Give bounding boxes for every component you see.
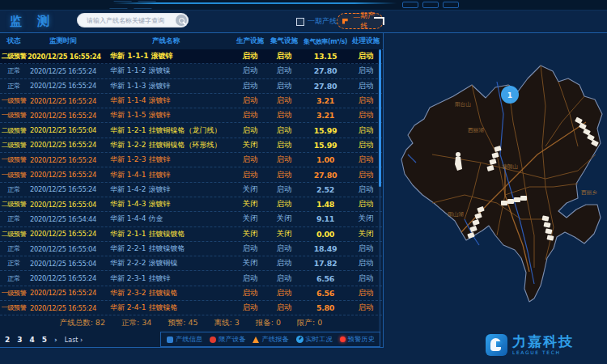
monitor-table-panel: 状态监测时间产线名称生产设施集气设施集气效率(m³/s)处理设施 二级预警202… <box>0 32 384 348</box>
legend-item[interactable]: 预警历史 <box>340 335 375 344</box>
production-facility-cell: 启动 <box>233 273 267 284</box>
legend-item[interactable]: 限产设备 <box>210 335 245 344</box>
summary-stats-row: 产线总数: 82正常: 34预警: 45离线: 3报备: 0限产: 0 <box>0 315 382 331</box>
efficiency-cell: 27.80 <box>301 82 350 91</box>
legend-item[interactable]: 实时工况 <box>296 335 333 344</box>
legend-bar: 产线信息限产设备产线报备实时工况预警历史 <box>160 332 380 347</box>
treatment-facility-cell: 启动 <box>350 81 382 91</box>
treatment-facility-cell: 启动 <box>350 140 382 150</box>
table-row[interactable]: 一级预警2020/12/25 16:55:24华新 1-1-4 滚镀锌启动启动3… <box>0 94 382 108</box>
table-row[interactable]: 正常2020/12/25 16:55:24华新 2-3-1 挂镀锌启动启动6.5… <box>0 271 382 286</box>
gas-facility-cell: 启动 <box>267 273 301 284</box>
page-button[interactable]: 2 <box>5 336 10 344</box>
page-title: 监 测 <box>10 14 55 29</box>
table-row[interactable]: 正常2020/12/25 16:55:24华新 1-1-2 滚镀镍启动启动27.… <box>0 64 382 78</box>
gas-facility-cell: 启动 <box>267 66 301 76</box>
table-row[interactable]: 一级预警2020/12/25 16:55:24华新 1-1-5 滚镀锌启动启动3… <box>0 108 382 123</box>
scrollbar-thumb[interactable] <box>379 49 381 187</box>
legend-item[interactable]: 产线信息 <box>167 335 202 344</box>
time-cell: 2020/12/25 16:55:24 <box>28 304 99 312</box>
efficiency-cell: 2.52 <box>301 185 350 194</box>
district-map[interactable]: 1 阳台山西丽湖塘朗山西丽乡阳山湖 <box>384 32 607 349</box>
table-row[interactable]: 一级预警2020/12/25 16:55:24华新 1-2-3 挂镀锌启动启动1… <box>0 153 382 167</box>
line-name-cell: 华新 1-2-2 挂镀铜镍铬（环形线） <box>99 140 233 150</box>
gas-facility-cell: 启动 <box>267 170 301 180</box>
line-name-cell: 华新 1-4-2 滚镀锌 <box>99 184 233 195</box>
time-cell: 2020/12/25 16:55:24 <box>28 112 99 120</box>
treatment-facility-cell: 启动 <box>350 258 382 269</box>
column-header: 产线名称 <box>99 36 233 46</box>
last-page-button[interactable]: Last › <box>65 336 83 344</box>
table-row[interactable]: 二级预警2020/12/25 16:55:24华新 2-1-1 挂镀镍镀铬关闭关… <box>0 227 382 242</box>
summary-stat: 产线总数: 82 <box>60 318 105 328</box>
summary-stat: 正常: 34 <box>121 318 151 328</box>
map-canvas: 1 <box>384 33 607 349</box>
efficiency-cell: 5.80 <box>301 303 350 312</box>
table-row[interactable]: 正常2020/12/25 16:55:24华新 1-4-2 滚镀锌关闭启动2.5… <box>0 183 382 197</box>
efficiency-cell: 3.21 <box>301 111 350 120</box>
status-cell: 二级预警 <box>0 126 28 135</box>
table-row[interactable]: 正常2020/12/25 16:55:04华新 2-2-1 挂镀镍镀铬启动启动1… <box>0 242 382 256</box>
search-button[interactable] <box>176 15 187 26</box>
treatment-facility-cell: 启动 <box>350 154 382 165</box>
table-body: 二级预警2020/12/25 16:55:24华新 1-1-1 滚镀锌启动启动1… <box>0 49 382 315</box>
time-cell: 2020/12/25 16:55:24 <box>28 230 99 238</box>
checkbox-icon[interactable] <box>296 18 304 26</box>
status-cell: 正常 <box>0 259 28 268</box>
line-name-cell: 华新 1-4-4 仿金 <box>99 214 233 224</box>
legend-item[interactable]: 产线报备 <box>253 335 288 344</box>
table-row[interactable]: 正常2020/12/25 16:55:24华新 1-1-3 滚镀锌启动启动27.… <box>0 79 382 94</box>
table-scrollbar[interactable] <box>379 49 381 332</box>
efficiency-cell: 1.48 <box>301 200 350 209</box>
logo-name: 力嘉科技 <box>512 335 574 349</box>
production-facility-cell: 启动 <box>233 81 267 91</box>
box-decoration <box>422 2 439 8</box>
next-page-button[interactable]: › <box>54 336 57 344</box>
efficiency-cell: 18.49 <box>301 244 350 253</box>
production-facility-cell: 启动 <box>233 51 267 61</box>
treatment-facility-cell: 启动 <box>350 273 382 284</box>
logo-subtitle: LEAGUE TECH <box>512 350 574 355</box>
gas-facility-cell: 启动 <box>267 243 301 254</box>
gas-facility-cell: 启动 <box>267 125 301 136</box>
line-name-cell: 华新 1-1-5 滚镀锌 <box>99 110 233 121</box>
legend-label: 预警历史 <box>348 335 375 344</box>
line-name-cell: 华新 1-1-2 滚镀镍 <box>99 66 233 76</box>
treatment-facility-cell: 启动 <box>350 51 382 61</box>
table-row[interactable]: 正常2020/12/25 16:55:04华新 2-2-2 滚镀铜镍关闭启动17… <box>0 256 382 271</box>
efficiency-cell: 13.15 <box>301 52 350 61</box>
production-facility-cell: 启动 <box>233 66 267 76</box>
table-row[interactable]: 一级预警2020/12/25 16:55:24华新 1-4-1 挂镀锌启动启动2… <box>0 167 382 182</box>
efficiency-cell: 6.56 <box>301 274 350 283</box>
gas-facility-cell: 启动 <box>267 140 301 150</box>
column-header: 处理设施 <box>350 36 382 46</box>
table-row[interactable]: 二级预警2020/12/25 16:55:04华新 1-2-1 挂镀铜镍铬（龙门… <box>0 123 382 138</box>
phase1-checkbox-row[interactable]: 一期产线 <box>296 16 337 27</box>
efficiency-cell: 3.21 <box>301 96 350 105</box>
page-button[interactable]: 5 <box>42 336 47 344</box>
time-cell: 2020/12/25 16:55:24 <box>28 67 99 75</box>
table-row[interactable]: 正常2020/12/25 16:54:44华新 1-4-4 仿金关闭关闭9.11… <box>0 212 382 226</box>
table-row[interactable]: 二级预警2020/12/25 16:55:24华新 1-2-2 挂镀铜镍铬（环形… <box>0 138 382 153</box>
line-name-cell: 华新 2-1-1 挂镀镍镀铬 <box>99 229 233 239</box>
cluster-bubble-marker[interactable]: 1 <box>501 86 519 104</box>
gas-facility-cell: 启动 <box>267 81 301 91</box>
page-button[interactable]: 4 <box>30 336 35 344</box>
gas-facility-cell: 启动 <box>267 199 301 210</box>
column-header: 监测时间 <box>28 36 99 46</box>
column-header: 集气设施 <box>267 36 301 46</box>
header-bar: 监 测 一期产线 二期产线 <box>0 10 384 32</box>
table-row[interactable]: 一级预警2020/12/25 16:55:24华新 2-4-1 挂镀镍铬启动启动… <box>0 301 382 315</box>
status-cell: 一级预警 <box>0 303 28 312</box>
time-cell: 2020/12/25 16:55:24 <box>28 82 99 90</box>
search-input[interactable] <box>85 14 176 28</box>
production-facility-cell: 关闭 <box>233 184 267 195</box>
table-row[interactable]: 二级预警2020/12/25 16:55:24华新 1-1-1 滚镀锌启动启动1… <box>0 49 382 64</box>
page-button[interactable]: 3 <box>17 336 22 344</box>
table-row[interactable]: 一级预警2020/12/25 16:55:24华新 2-3-2 挂镀镍铬启动启动… <box>0 286 382 301</box>
time-cell: 2020/12/25 16:55:04 <box>28 245 99 253</box>
table-row[interactable]: 二级预警2020/12/25 16:55:04华新 1-4-3 滚镀锌关闭启动1… <box>0 197 382 212</box>
status-cell: 二级预警 <box>0 200 28 209</box>
line-name-cell: 华新 1-2-3 挂镀锌 <box>99 154 233 165</box>
status-cell: 一级预警 <box>0 111 28 120</box>
